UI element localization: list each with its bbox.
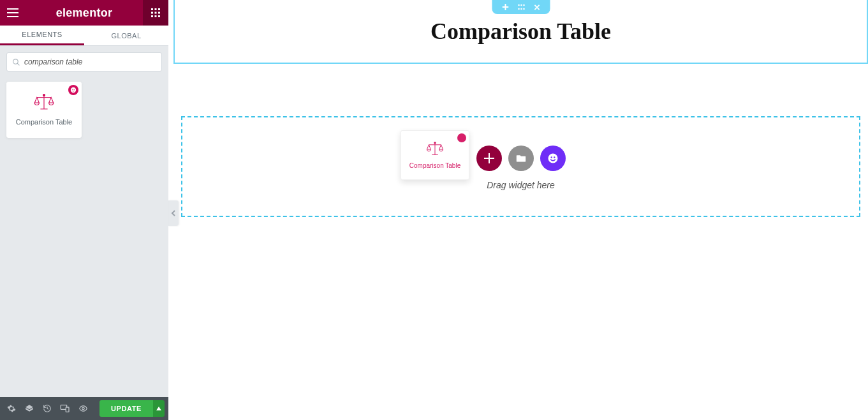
apps-grid-icon [151, 8, 160, 17]
svg-point-30 [520, 8, 522, 10]
new-section-area: Drag widget here [173, 116, 868, 217]
smile-icon [547, 153, 559, 164]
svg-rect-8 [158, 12, 160, 14]
edit-section-button[interactable] [517, 4, 525, 10]
premium-badge-icon [68, 85, 78, 95]
menu-button[interactable] [0, 0, 26, 26]
sidebar-tabs: ELEMENTS GLOBAL [0, 26, 168, 46]
caret-up-icon [156, 407, 161, 410]
svg-point-29 [518, 8, 520, 10]
svg-rect-22 [66, 407, 69, 412]
navigator-button[interactable] [20, 397, 38, 420]
section-heading[interactable]: Comparison Table [173, 0, 868, 64]
tab-global[interactable]: GLOBAL [84, 26, 168, 45]
grip-icon [517, 4, 525, 10]
history-icon [43, 404, 52, 413]
responsive-icon [60, 404, 70, 413]
svg-point-36 [548, 154, 557, 163]
gear-icon [7, 404, 16, 413]
search-input[interactable] [24, 57, 156, 66]
dropzone-hint: Drag widget here [487, 180, 555, 190]
tab-elements[interactable]: ELEMENTS [0, 26, 84, 45]
svg-rect-4 [155, 8, 157, 10]
responsive-button[interactable] [56, 397, 74, 420]
svg-point-16 [74, 89, 75, 90]
editor-sidebar: elementor ELEMENTS GLOBAL [0, 0, 168, 420]
svg-point-31 [523, 8, 525, 10]
svg-point-14 [71, 87, 76, 93]
update-button[interactable]: UPDATE [99, 400, 153, 417]
sidebar-footer: UPDATE [0, 397, 168, 420]
svg-rect-35 [484, 158, 494, 159]
svg-rect-25 [502, 6, 508, 8]
brand-title: elementor [26, 6, 143, 20]
search-icon [12, 58, 20, 66]
svg-point-12 [13, 59, 18, 64]
svg-point-27 [520, 4, 522, 6]
svg-line-13 [17, 63, 19, 65]
svg-point-23 [82, 407, 84, 410]
preview-button[interactable] [74, 397, 92, 420]
widget-comparison-table[interactable]: Comparison Table [6, 82, 82, 138]
svg-rect-0 [7, 8, 18, 10]
add-new-section-button[interactable] [476, 146, 502, 171]
hamburger-icon [7, 8, 18, 17]
svg-point-28 [523, 4, 525, 6]
update-options-button[interactable] [153, 400, 165, 417]
delete-section-button[interactable] [534, 4, 540, 10]
svg-rect-9 [151, 15, 153, 17]
svg-rect-11 [158, 15, 160, 17]
plus-icon [484, 153, 494, 163]
balance-scale-icon [33, 94, 55, 112]
widget-card-label: Comparison Table [16, 118, 72, 126]
dropzone-actions [476, 146, 566, 171]
svg-point-19 [43, 94, 45, 96]
svg-point-26 [518, 4, 520, 6]
svg-point-15 [72, 89, 73, 90]
ai-button[interactable] [540, 146, 566, 171]
svg-rect-2 [7, 16, 18, 17]
sidebar-header: elementor [0, 0, 168, 26]
svg-rect-1 [7, 12, 18, 13]
sidebar-body: Comparison Table [0, 46, 168, 397]
svg-rect-6 [151, 12, 153, 14]
add-template-button[interactable] [508, 146, 534, 171]
section-handle [492, 0, 550, 14]
eye-icon [78, 404, 88, 413]
svg-rect-10 [155, 15, 157, 17]
svg-rect-3 [151, 8, 153, 10]
svg-point-38 [554, 156, 555, 158]
layers-icon [25, 404, 34, 413]
widget-dropzone[interactable]: Drag widget here [181, 116, 860, 217]
plus-icon [502, 4, 508, 10]
page-title[interactable]: Comparison Table [430, 18, 611, 45]
history-button[interactable] [38, 397, 56, 420]
svg-rect-5 [158, 8, 160, 10]
editor-canvas: Comparison Table Drag widget here [173, 0, 868, 420]
close-icon [534, 4, 540, 10]
folder-icon [516, 154, 526, 163]
add-section-button[interactable] [502, 4, 508, 10]
svg-point-37 [550, 156, 552, 158]
search-widget-container [6, 52, 162, 71]
svg-rect-7 [155, 12, 157, 14]
widgets-panel-button[interactable] [143, 0, 168, 26]
settings-button[interactable] [3, 397, 20, 420]
